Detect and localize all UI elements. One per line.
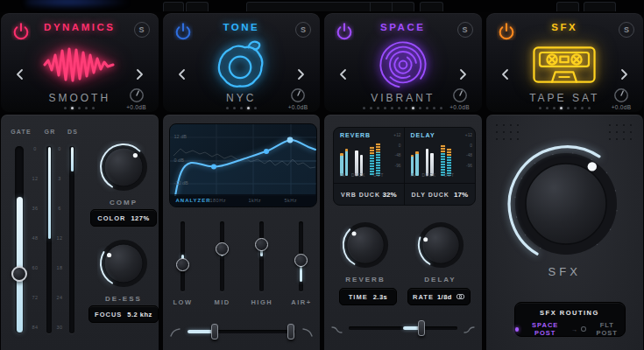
reverb-knob-label: REVERB: [336, 276, 394, 284]
analyzer-label[interactable]: ANALYZER: [176, 198, 211, 203]
reverb-meters: [340, 141, 400, 176]
delay-rate-box[interactable]: RATE 1/8d: [407, 288, 471, 305]
module-sfx: SFX S: [485, 12, 644, 350]
gate-scale: 0 12 36 48 60 72 84: [28, 146, 42, 330]
lp-handle[interactable]: [287, 324, 294, 340]
reverb-time-box[interactable]: TIME 2.3s: [339, 288, 397, 305]
gain-knob-icon[interactable]: [129, 88, 145, 103]
scale-tick: 18: [53, 265, 66, 270]
gain-widget[interactable]: +0.0dB: [445, 88, 475, 110]
solo-button[interactable]: S: [457, 22, 473, 38]
comp-value: 127%: [131, 214, 149, 222]
scale-tick: 72: [28, 295, 42, 300]
scale-tick: 12: [28, 176, 42, 181]
scale-tick: 84: [28, 325, 42, 330]
routing-dest[interactable]: FLT POST: [590, 321, 625, 337]
dly-duck-readout: DLY DUCK 17%: [405, 183, 476, 205]
sfx-body: SFX SFX ROUTING SPACE POST → FLT POST: [486, 115, 644, 350]
waveform-icon: [39, 44, 120, 86]
gain-value: +0.0dB: [122, 104, 152, 110]
gate-label: GATE: [8, 129, 34, 135]
eq-node[interactable]: [264, 149, 269, 154]
scale-tick: 24: [53, 295, 66, 300]
in-label: IN: [411, 173, 416, 178]
delay-meter-title: DELAY: [411, 132, 471, 138]
space-filter-slider[interactable]: [331, 318, 475, 339]
comp-knob-label: COMP: [88, 199, 159, 206]
delay-knob[interactable]: [415, 220, 466, 270]
comp-param: COLOR: [97, 214, 125, 222]
gain-knob-icon[interactable]: [452, 88, 468, 103]
solo-button[interactable]: S: [295, 22, 311, 38]
space-filter-handle[interactable]: [418, 320, 425, 336]
eq-display[interactable]: 12 dB 0 dB -12 dB ANALYZER 180Hz 1kHz 5k…: [169, 123, 317, 207]
shelf-down-icon: [331, 323, 343, 334]
plugin-window: DYNAMICS S SMOOTH +0.0dB: [0, 0, 644, 350]
comp-knob[interactable]: [97, 141, 150, 193]
scale-tick: 36: [28, 206, 42, 211]
sfx-knob-label: SFX: [486, 265, 644, 278]
eq-curve-plot[interactable]: [170, 124, 317, 196]
gr-meter-fill: [48, 147, 51, 239]
delay-in-meter: [415, 151, 419, 176]
low-slider-handle[interactable]: [176, 258, 189, 271]
filter-range-slider[interactable]: [170, 321, 314, 342]
delay-knob-label: DELAY: [412, 276, 470, 284]
gain-value: +0.0dB: [445, 104, 475, 110]
mid-slider-handle[interactable]: [216, 242, 229, 256]
freq-label: 1kHz: [249, 198, 262, 203]
reverb-knob[interactable]: [340, 220, 391, 270]
gain-widget[interactable]: +0.0dB: [283, 88, 313, 110]
comp-value-box[interactable]: COLOR 127%: [90, 209, 157, 227]
freq-label: 5kHz: [285, 198, 298, 203]
routing-active-dot: [515, 327, 520, 332]
gain-knob-icon[interactable]: [290, 88, 306, 103]
routing-title: SFX ROUTING: [515, 309, 625, 317]
dynamics-body: GATE GR DS 0 12 36 48 60 72 84: [1, 115, 159, 350]
mid-label: MID: [204, 298, 241, 306]
dly-duck-label: DLY DUCK: [412, 192, 449, 198]
module-dynamics: DYNAMICS S SMOOTH +0.0dB: [0, 12, 159, 350]
scale-tick: +12: [465, 133, 472, 137]
solo-button[interactable]: S: [134, 22, 150, 38]
sfx-knob[interactable]: [496, 134, 636, 274]
spiral-icon: [375, 38, 431, 91]
gate-slider[interactable]: [15, 146, 24, 333]
module-space: SPACE S VIBRANT: [323, 12, 483, 350]
gr-scale: 0 3 6 12 18 24 30: [53, 146, 66, 330]
air-slider[interactable]: AIR+: [288, 221, 315, 318]
eq-node[interactable]: [287, 137, 293, 144]
eq-node[interactable]: [211, 164, 216, 170]
routing-source[interactable]: SPACE POST: [522, 321, 568, 337]
out-label: OUT: [373, 173, 384, 178]
mid-slider[interactable]: MID: [209, 221, 236, 318]
gain-widget[interactable]: +0.0dB: [606, 88, 636, 110]
highpass-icon: [170, 326, 181, 338]
space-header: SPACE S VIBRANT: [324, 13, 482, 112]
high-slider[interactable]: HIGH: [249, 221, 275, 318]
toolbar-box: [163, 2, 184, 11]
ds-meter-fill: [71, 147, 74, 172]
air-slider-handle[interactable]: [294, 254, 308, 267]
low-slider[interactable]: LOW: [170, 221, 196, 318]
deess-knob[interactable]: [97, 237, 150, 290]
hp-handle[interactable]: [211, 324, 218, 340]
in-label: IN: [340, 173, 345, 178]
sync-link-icon[interactable]: [456, 293, 465, 300]
reverb-meter-title: REVERB: [340, 132, 400, 138]
high-slider-handle[interactable]: [255, 238, 268, 251]
filter-track[interactable]: [188, 330, 296, 333]
high-label: HIGH: [244, 298, 280, 306]
sfx-routing-panel[interactable]: SFX ROUTING SPACE POST → FLT POST: [514, 302, 626, 337]
gain-knob-icon[interactable]: [613, 88, 629, 103]
logo-glow: [26, 0, 131, 9]
deess-value-box[interactable]: FOCUS 5.2 khz: [88, 305, 159, 323]
solo-button[interactable]: S: [619, 22, 634, 38]
gate-slider-handle[interactable]: [11, 266, 27, 282]
scale-tick: 0: [28, 146, 42, 151]
gain-value: +0.0dB: [606, 104, 636, 110]
space-filter-track[interactable]: [349, 326, 457, 330]
delay-out-meter: [441, 144, 445, 176]
gain-widget[interactable]: +0.0dB: [122, 88, 152, 110]
scale-tick: 60: [28, 265, 42, 270]
